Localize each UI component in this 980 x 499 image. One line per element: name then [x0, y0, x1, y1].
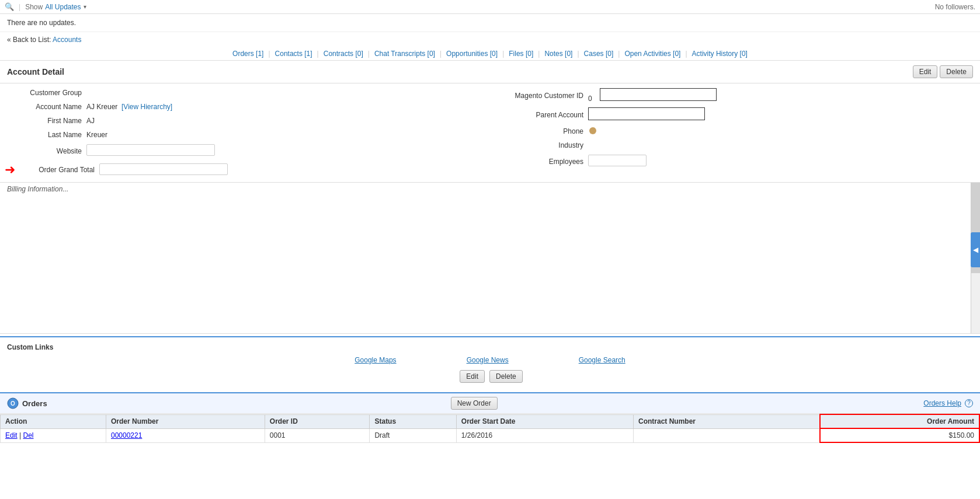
order-grand-total-row: ➜ Order Grand Total — [0, 160, 490, 180]
subnav-files[interactable]: Files [0] — [509, 50, 533, 58]
right-panel-toggle[interactable]: ◀ — [971, 232, 980, 267]
account-name-value: AJ Kreuer [View Hierarchy] — [86, 103, 485, 111]
customer-group-row: Customer Group — [0, 86, 490, 100]
website-label: Website — [5, 147, 86, 155]
row-order-number: 00000221 — [106, 428, 265, 442]
orders-icon: O — [7, 397, 19, 409]
employees-row: Employees — [490, 152, 980, 170]
magento-id-input-box — [600, 88, 717, 101]
back-to-list: « Back to List: Accounts — [0, 32, 980, 47]
employees-label: Employees — [495, 158, 588, 166]
col-header-order-amount: Order Amount — [820, 414, 979, 428]
order-grand-total-box — [99, 163, 228, 175]
order-number-link[interactable]: 00000221 — [111, 431, 142, 439]
account-detail-header: Account Detail Edit Delete — [0, 61, 980, 83]
row-order-id: 0001 — [265, 428, 370, 442]
detail-right: Magento Customer ID 0 Parent Account Pho… — [490, 83, 980, 182]
row-order-amount: $150.00 — [820, 428, 979, 442]
industry-label: Industry — [495, 141, 588, 149]
col-header-order-number: Order Number — [106, 414, 265, 428]
col-header-status: Status — [370, 414, 456, 428]
magento-customer-id-label: Magento Customer ID — [495, 92, 588, 100]
custom-links-delete-button[interactable]: Delete — [489, 370, 523, 383]
svg-text:O: O — [11, 400, 15, 407]
first-name-row: First Name AJ — [0, 114, 490, 128]
no-updates-message: There are no updates. — [7, 19, 76, 27]
subnav-contracts[interactable]: Contracts [0] — [324, 50, 363, 58]
panel-toggle-icon: ◀ — [973, 246, 978, 254]
top-bar-left: 🔍 | Show All Updates ▾ — [5, 2, 86, 11]
all-updates-link[interactable]: All Updates — [45, 3, 81, 11]
detail-left: Customer Group Account Name AJ Kreuer [V… — [0, 83, 490, 182]
parent-account-value — [588, 107, 975, 122]
row-start-date: 1/26/2016 — [456, 428, 633, 442]
last-name-value: Kreuer — [86, 131, 485, 139]
custom-links-section: Custom Links Google Maps Google News Goo… — [0, 336, 980, 390]
col-header-start-date: Order Start Date — [456, 414, 633, 428]
new-order-button[interactable]: New Order — [451, 397, 498, 410]
google-news-link[interactable]: Google News — [467, 356, 509, 364]
website-input-box — [86, 144, 215, 156]
custom-links-row: Google Maps Google News Google Search — [0, 354, 980, 367]
phone-value — [588, 127, 975, 136]
edit-order-link[interactable]: Edit — [5, 431, 18, 439]
row-action: Edit | Del — [1, 428, 106, 442]
last-name-row: Last Name Kreuer — [0, 128, 490, 142]
subnav-cases[interactable]: Cases [0] — [584, 50, 614, 58]
order-grand-total-label: Order Grand Total — [18, 166, 99, 174]
orders-table: Action Order Number Order ID Status Orde… — [0, 414, 980, 443]
detail-body: Customer Group Account Name AJ Kreuer [V… — [0, 83, 980, 182]
view-hierarchy-link[interactable]: [View Hierarchy] — [121, 103, 172, 111]
edit-button[interactable]: Edit — [913, 65, 938, 78]
google-maps-link[interactable]: Google Maps — [355, 356, 396, 364]
parent-account-input-box — [588, 107, 705, 120]
orders-title: Orders — [22, 399, 449, 408]
magento-customer-id-row: Magento Customer ID 0 — [490, 86, 980, 105]
account-name-row: Account Name AJ Kreuer [View Hierarchy] — [0, 100, 490, 114]
help-circle-icon: ? — [965, 399, 973, 407]
subnav-opportunities[interactable]: Opportunities [0] — [446, 50, 498, 58]
col-header-action: Action — [1, 414, 106, 428]
top-bar: 🔍 | Show All Updates ▾ No followers. — [0, 0, 980, 14]
account-detail-title: Account Detail — [7, 67, 911, 76]
subnav-activity-history[interactable]: Activity History [0] — [692, 50, 748, 58]
billing-section: Billing Information... — [0, 182, 980, 334]
last-name-label: Last Name — [5, 131, 86, 139]
customer-group-label: Customer Group — [5, 89, 86, 97]
account-name-label: Account Name — [5, 103, 86, 111]
delete-button[interactable]: Delete — [940, 65, 973, 78]
subnav-notes[interactable]: Notes [0] — [544, 50, 572, 58]
subnav-open-activities[interactable]: Open Activities [0] — [624, 50, 680, 58]
del-order-link[interactable]: Del — [23, 431, 33, 439]
orders-help-link[interactable]: Orders Help — [923, 399, 961, 407]
billing-title: Billing Information... — [7, 185, 68, 193]
arrow-indicator-icon: ➜ — [5, 162, 15, 177]
custom-links-buttons: Edit Delete — [0, 367, 980, 386]
industry-row: Industry — [490, 138, 980, 152]
row-contract-number — [633, 428, 819, 442]
employees-input-box — [588, 155, 647, 166]
order-grand-total-value — [99, 163, 485, 177]
col-header-contract-number: Contract Number — [633, 414, 819, 428]
dropdown-arrow-icon[interactable]: ▾ — [84, 4, 86, 10]
employees-value — [588, 155, 975, 168]
subnav-contacts[interactable]: Contacts [1] — [275, 50, 312, 58]
back-label: « Back to List: — [7, 36, 51, 44]
website-row: Website — [0, 142, 490, 160]
parent-account-row: Parent Account — [490, 105, 980, 124]
search-icon[interactable]: 🔍 — [5, 2, 14, 11]
back-accounts-link[interactable]: Accounts — [53, 36, 81, 44]
custom-links-title: Custom Links — [0, 341, 980, 354]
website-value — [86, 144, 485, 158]
parent-account-label: Parent Account — [495, 111, 588, 119]
phone-label: Phone — [495, 127, 588, 135]
subnav-orders[interactable]: Orders [1] — [232, 50, 263, 58]
row-status: Draft — [370, 428, 456, 442]
first-name-label: First Name — [5, 117, 86, 125]
subnav-chat-transcripts[interactable]: Chat Transcripts [0] — [374, 50, 435, 58]
google-search-link[interactable]: Google Search — [579, 356, 625, 364]
col-header-order-id: Order ID — [265, 414, 370, 428]
custom-links-edit-button[interactable]: Edit — [460, 370, 485, 383]
orders-header: O Orders New Order Orders Help ? — [0, 393, 980, 414]
billing-header: Billing Information... — [0, 183, 980, 196]
